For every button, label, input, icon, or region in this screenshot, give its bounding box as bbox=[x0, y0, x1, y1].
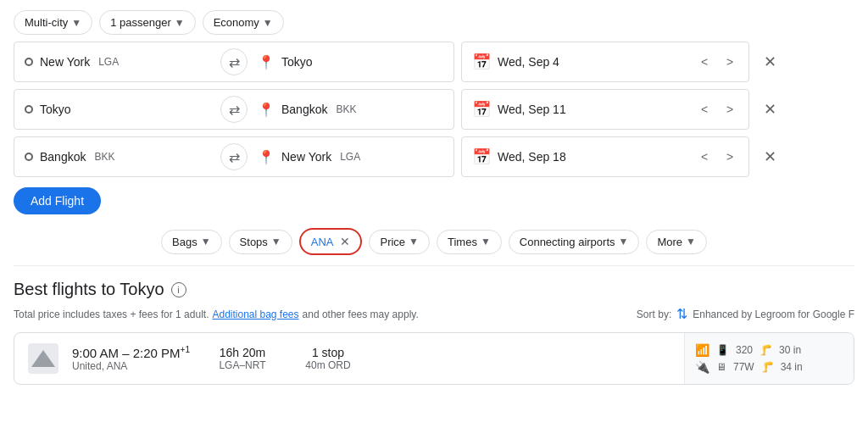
top-bar: Multi-city ▼ 1 passenger ▼ Economy ▼ bbox=[0, 0, 868, 42]
results-meta-left: Total price includes taxes + fees for 1 … bbox=[14, 308, 419, 320]
results-meta: Total price includes taxes + fees for 1 … bbox=[14, 306, 854, 322]
origin-field-2[interactable]: Tokyo bbox=[14, 90, 220, 129]
passengers-label: 1 passenger bbox=[110, 16, 171, 29]
origin-city-1: New York bbox=[40, 55, 90, 69]
duration-section: 16h 20m LGA–NRT bbox=[204, 346, 281, 371]
ana-filter[interactable]: ANA ✕ bbox=[299, 228, 363, 255]
bags-filter-label: Bags bbox=[172, 236, 198, 248]
date-next-2[interactable]: > bbox=[718, 97, 742, 121]
price-filter[interactable]: Price ▼ bbox=[369, 230, 430, 254]
amenities-panel: 📶 📱 320 🦵 30 in 🔌 🖥 77W 🦵 34 in bbox=[684, 333, 854, 384]
dest-pin-1: 📍 bbox=[258, 54, 275, 70]
airline-logo bbox=[28, 343, 58, 374]
amenity-monitor-icon: 🖥 bbox=[716, 361, 726, 373]
amenity-seat-pitch: 30 in bbox=[779, 344, 801, 356]
swap-btn-1[interactable]: ⇄ bbox=[220, 48, 248, 75]
route-text: LGA–NRT bbox=[219, 359, 265, 371]
origin-dot-2 bbox=[25, 105, 33, 114]
trip-type-chevron: ▼ bbox=[71, 17, 81, 29]
times-filter[interactable]: Times ▼ bbox=[437, 230, 502, 254]
flights-form: New York LGA ⇄ 📍 Tokyo 📅 Wed, Sep 4 < > … bbox=[0, 42, 868, 214]
amenity-row-2: 🔌 🖥 77W 🦵 34 in bbox=[695, 360, 843, 374]
flight-row-3: Bangkok BKK ⇄ 📍 New York LGA 📅 Wed, Sep … bbox=[14, 136, 854, 177]
superscript: +1 bbox=[181, 345, 190, 354]
date-text-3: Wed, Sep 18 bbox=[498, 150, 686, 164]
swap-btn-2[interactable]: ⇄ bbox=[220, 96, 248, 123]
date-nav-1: < > bbox=[693, 50, 742, 74]
meta-text: Total price includes taxes + fees for 1 … bbox=[14, 308, 209, 320]
remove-flight-3[interactable]: ✕ bbox=[756, 143, 783, 170]
origin-code-1: LGA bbox=[98, 56, 119, 68]
flight-times: 9:00 AM – 2:20 PM+1 United, ANA bbox=[72, 345, 191, 372]
dest-pin-2: 📍 bbox=[258, 102, 275, 118]
route-container-3[interactable]: Bangkok BKK ⇄ 📍 New York LGA bbox=[14, 136, 454, 177]
more-filter[interactable]: More ▼ bbox=[646, 230, 707, 254]
date-nav-3: < > bbox=[693, 145, 742, 169]
dest-field-2[interactable]: 📍 Bangkok BKK bbox=[248, 90, 453, 129]
sort-by: Sort by: ⇅ Enhanced by Legroom for Googl… bbox=[637, 306, 854, 322]
amenity-power-value: 77W bbox=[733, 361, 754, 373]
ana-filter-label: ANA bbox=[311, 236, 334, 248]
sort-icon[interactable]: ⇅ bbox=[676, 306, 687, 322]
origin-code-3: BKK bbox=[94, 151, 114, 163]
stop-detail: 40m ORD bbox=[305, 359, 350, 371]
date-field-2[interactable]: 📅 Wed, Sep 11 < > bbox=[461, 89, 749, 130]
stops-filter-label: Stops bbox=[240, 236, 268, 248]
route-container-1[interactable]: New York LGA ⇄ 📍 Tokyo bbox=[14, 42, 454, 82]
origin-dot-1 bbox=[25, 58, 33, 66]
amenity-seat-count: 320 bbox=[736, 344, 753, 356]
swap-btn-3[interactable]: ⇄ bbox=[220, 143, 248, 170]
price-filter-label: Price bbox=[380, 236, 405, 248]
flight-card: 9:00 AM – 2:20 PM+1 United, ANA 16h 20m … bbox=[14, 332, 854, 385]
results-title-row: Best flights to Tokyo i bbox=[14, 280, 854, 299]
dest-city-3: New York bbox=[281, 150, 331, 164]
origin-field-3[interactable]: Bangkok BKK bbox=[14, 137, 220, 176]
amenity-row-1: 📶 📱 320 🦵 30 in bbox=[695, 343, 843, 357]
dest-city-1: Tokyo bbox=[281, 55, 313, 69]
filter-bar: Bags ▼ Stops ▼ ANA ✕ Price ▼ Times ▼ Con… bbox=[0, 214, 868, 265]
calendar-icon-2: 📅 bbox=[472, 100, 491, 119]
power-icon: 🔌 bbox=[695, 360, 709, 374]
stops-filter[interactable]: Stops ▼ bbox=[229, 230, 292, 254]
bags-filter-chevron: ▼ bbox=[201, 236, 211, 247]
time-range: 9:00 AM – 2:20 PM+1 bbox=[72, 345, 191, 360]
sort-label: Sort by: bbox=[637, 308, 671, 320]
date-field-1[interactable]: 📅 Wed, Sep 4 < > bbox=[461, 42, 749, 82]
results-section: Best flights to Tokyo i Total price incl… bbox=[0, 266, 868, 385]
date-prev-2[interactable]: < bbox=[693, 97, 716, 121]
cabin-selector[interactable]: Economy ▼ bbox=[203, 10, 284, 35]
dest-field-3[interactable]: 📍 New York LGA bbox=[248, 137, 453, 176]
trip-type-selector[interactable]: Multi-city ▼ bbox=[14, 10, 92, 35]
connecting-airports-chevron: ▼ bbox=[619, 236, 629, 247]
meta-text2: and other fees may apply. bbox=[303, 308, 419, 320]
origin-city-2: Tokyo bbox=[40, 103, 71, 116]
times-filter-chevron: ▼ bbox=[481, 236, 491, 247]
dest-city-2: Bangkok bbox=[281, 103, 327, 116]
dest-pin-3: 📍 bbox=[258, 149, 275, 165]
route-container-2[interactable]: Tokyo ⇄ 📍 Bangkok BKK bbox=[14, 89, 454, 130]
dest-code-3: LGA bbox=[340, 151, 360, 163]
date-prev-1[interactable]: < bbox=[693, 50, 716, 74]
cabin-label: Economy bbox=[214, 16, 259, 29]
date-next-3[interactable]: > bbox=[718, 145, 742, 169]
depart-time: 9:00 AM – 2:20 PM bbox=[72, 346, 181, 360]
bag-fees-link[interactable]: Additional bag fees bbox=[212, 308, 298, 320]
date-field-3[interactable]: 📅 Wed, Sep 18 < > bbox=[461, 136, 749, 177]
bags-filter[interactable]: Bags ▼ bbox=[161, 230, 222, 254]
origin-field-1[interactable]: New York LGA bbox=[14, 42, 220, 81]
remove-flight-2[interactable]: ✕ bbox=[756, 96, 783, 123]
stops-section: 1 stop 40m ORD bbox=[294, 346, 362, 371]
date-text-2: Wed, Sep 11 bbox=[498, 103, 686, 116]
ana-filter-remove[interactable]: ✕ bbox=[340, 235, 350, 248]
stops-filter-chevron: ▼ bbox=[271, 236, 281, 247]
remove-flight-1[interactable]: ✕ bbox=[756, 48, 783, 75]
add-flight-button[interactable]: Add Flight bbox=[14, 187, 101, 214]
passengers-selector[interactable]: 1 passenger ▼ bbox=[99, 10, 195, 35]
date-prev-3[interactable]: < bbox=[693, 145, 716, 169]
date-next-1[interactable]: > bbox=[718, 50, 742, 74]
info-icon[interactable]: i bbox=[171, 282, 186, 297]
dest-field-1[interactable]: 📍 Tokyo bbox=[248, 42, 453, 81]
dest-code-2: BKK bbox=[336, 103, 356, 115]
connecting-airports-filter[interactable]: Connecting airports ▼ bbox=[509, 230, 640, 254]
more-filter-chevron: ▼ bbox=[686, 236, 696, 247]
